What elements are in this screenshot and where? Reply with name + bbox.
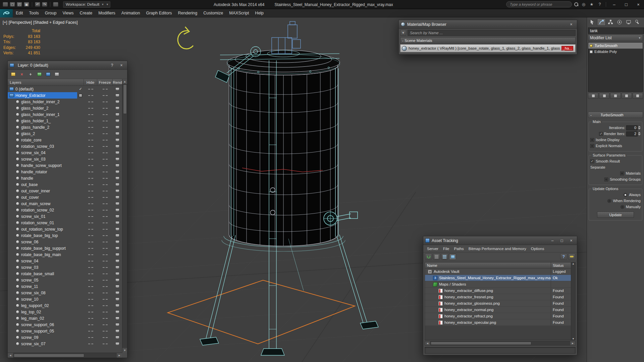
workspace-selector[interactable]: Workspace: Default ▼ ▼ <box>63 1 110 8</box>
maximize-button[interactable]: □ <box>558 238 566 244</box>
layer-row[interactable]: glass_holder_inner_2 <box>8 99 122 105</box>
render-cell[interactable] <box>113 143 122 149</box>
window-close-button[interactable]: × <box>633 1 643 8</box>
set-current-layer-icon[interactable] <box>45 71 51 77</box>
hide-cell[interactable] <box>84 105 97 111</box>
layer-row[interactable]: glass_holder_2 <box>8 105 122 111</box>
spinner-up-icon[interactable] <box>638 132 641 133</box>
hide-cell[interactable] <box>84 181 97 188</box>
layer-row[interactable]: rotate_core <box>8 137 122 143</box>
list-view-button[interactable] <box>433 253 440 260</box>
remove-modifier-button[interactable] <box>622 93 632 99</box>
hide-cell[interactable] <box>84 258 97 264</box>
render-cell[interactable] <box>113 258 122 264</box>
freeze-cell[interactable] <box>97 328 113 334</box>
render-cell[interactable] <box>113 302 122 309</box>
hide-cell[interactable] <box>84 207 97 213</box>
hide-cell[interactable] <box>84 270 97 277</box>
3dsmax-logo-icon[interactable] <box>0 9 13 17</box>
menu-create[interactable]: Create <box>77 9 96 17</box>
column-freeze[interactable]: Freeze <box>97 79 113 85</box>
menu-rendering[interactable]: Rendering <box>175 9 201 17</box>
asset-row[interactable]: honey_extractor_specular.pngFound <box>425 319 571 326</box>
material-search-input[interactable]: Search by Name ... <box>408 30 576 36</box>
render-cell[interactable] <box>113 149 122 156</box>
modifier-list-dropdown[interactable]: Modifier List ▼ <box>588 35 643 41</box>
hide-cell[interactable] <box>84 251 97 258</box>
make-unique-button[interactable] <box>610 93 621 99</box>
freeze-cell[interactable] <box>97 92 113 99</box>
smooth-result-checkbox[interactable]: ✓ <box>590 160 594 163</box>
object-name-field[interactable] <box>588 27 644 34</box>
at-menu-file[interactable]: File <box>441 245 452 252</box>
pin-stack-button[interactable] <box>588 93 598 99</box>
manually-radio[interactable] <box>621 205 624 209</box>
layer-row[interactable]: screw_support_05 <box>8 328 122 334</box>
layer-row[interactable]: screw_04 <box>8 258 122 264</box>
refresh-button[interactable] <box>425 253 432 260</box>
freeze-cell[interactable] <box>97 296 113 302</box>
freeze-cell[interactable] <box>97 156 113 162</box>
hide-cell[interactable] <box>84 264 97 270</box>
scroll-left-icon[interactable]: ◄ <box>425 341 430 345</box>
hide-cell[interactable] <box>84 143 97 149</box>
render-cell[interactable] <box>113 290 122 296</box>
hide-cell[interactable] <box>84 149 97 156</box>
freeze-cell[interactable] <box>97 137 113 143</box>
hide-cell[interactable] <box>84 118 97 124</box>
render-cell[interactable] <box>113 169 122 175</box>
menu-modifiers[interactable]: Modifiers <box>95 9 118 17</box>
redo-icon[interactable]: ↷ <box>42 2 47 7</box>
rollout-collapse-icon[interactable]: - <box>590 113 592 117</box>
render-cell[interactable] <box>113 118 122 124</box>
render-cell[interactable] <box>113 334 122 341</box>
freeze-cell[interactable] <box>97 130 113 137</box>
hide-cell[interactable] <box>84 220 97 226</box>
show-end-result-button[interactable] <box>599 93 609 99</box>
layer-row[interactable]: Honey_Extractor <box>8 92 122 99</box>
render-cell[interactable] <box>113 188 122 194</box>
column-render[interactable]: Rend <box>113 79 122 85</box>
freeze-cell[interactable] <box>97 302 113 309</box>
modifier-enabled-bulb-icon[interactable] <box>590 44 593 47</box>
hide-cell[interactable] <box>84 245 97 251</box>
render-iters-value[interactable]: 2 <box>626 131 638 136</box>
render-cell[interactable] <box>113 315 122 321</box>
freeze-cell[interactable] <box>97 200 113 207</box>
delete-layer-icon[interactable]: × <box>18 71 25 77</box>
hide-cell[interactable] <box>84 111 97 118</box>
freeze-cell[interactable] <box>97 188 113 194</box>
asset-tracking-titlebar[interactable]: Asset Tracking – □ × <box>423 236 577 245</box>
viewport-pov-menu[interactable]: [Perspective] <box>9 20 32 25</box>
help-mode-button[interactable]: ? <box>560 253 567 260</box>
asset-horizontal-scrollbar[interactable]: ◄ ► <box>425 341 576 346</box>
render-cell[interactable] <box>113 220 122 226</box>
asset-row[interactable]: honey_extractor_diffuse.pngFound <box>425 288 571 294</box>
smoothing-groups-checkbox[interactable] <box>604 178 608 181</box>
update-button[interactable]: Update <box>597 212 634 218</box>
scroll-up-icon[interactable]: ▲ <box>572 262 575 265</box>
at-menu-server[interactable]: Server <box>425 245 441 252</box>
menu-group[interactable]: Group <box>42 9 60 17</box>
new-scene-icon[interactable]: ▢ <box>10 2 15 7</box>
column-hide[interactable]: Hide <box>84 79 97 85</box>
horizontal-scrollbar-thumb[interactable] <box>14 354 84 357</box>
freeze-cell[interactable] <box>97 277 113 283</box>
create-new-layer-icon[interactable] <box>10 71 16 77</box>
when-rendering-radio[interactable] <box>607 199 611 203</box>
render-cell[interactable] <box>113 99 122 105</box>
layer-row[interactable]: out_rotation_screw_top <box>8 226 122 232</box>
hide-cell[interactable] <box>84 162 97 169</box>
render-iters-spinner[interactable]: 2 <box>626 131 641 136</box>
render-cell[interactable] <box>113 239 122 245</box>
freeze-cell[interactable] <box>97 290 113 296</box>
window-maximize-button[interactable]: □ <box>621 1 631 8</box>
render-cell[interactable] <box>113 232 122 239</box>
at-menu-bitmap-performance-and-memory[interactable]: Bitmap Performance and Memory <box>466 245 529 252</box>
configure-modifier-sets-button[interactable] <box>633 93 643 99</box>
scroll-down-icon[interactable]: ▼ <box>572 338 575 340</box>
render-cell[interactable] <box>113 130 122 137</box>
freeze-cell[interactable] <box>97 143 113 149</box>
render-cell[interactable] <box>113 270 122 277</box>
layer-row[interactable]: rotation_screw_01 <box>8 220 122 226</box>
